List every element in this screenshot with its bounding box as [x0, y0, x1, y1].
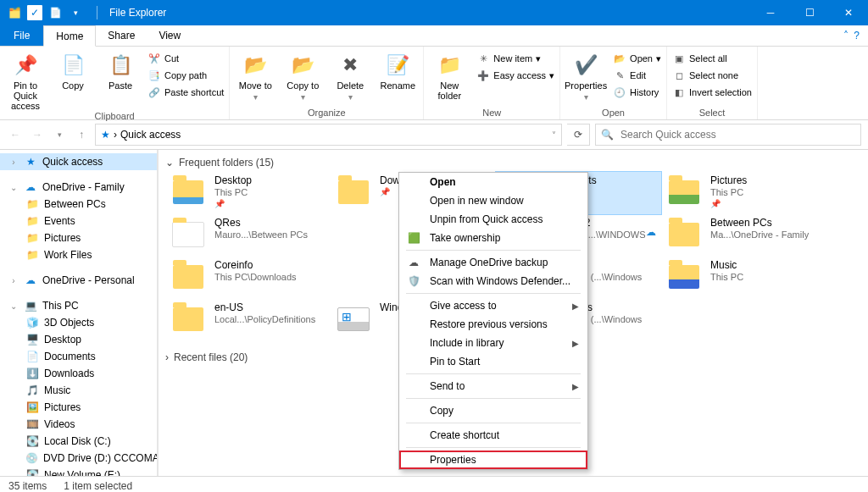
- sidebar-item-downloads[interactable]: ⬇️Downloads: [0, 365, 157, 382]
- ribbon-group-select: Select: [699, 108, 726, 119]
- sidebar-item-work-files[interactable]: 📁Work Files: [0, 246, 157, 263]
- close-button[interactable]: ✕: [829, 0, 868, 25]
- folder-icon: [666, 217, 702, 252]
- sidebar-item-onedrive-personal[interactable]: ›☁OneDrive - Personal: [0, 272, 157, 289]
- open-split-button[interactable]: 📂Open ▾: [613, 52, 661, 65]
- folder-icon: [170, 301, 206, 337]
- ctx-create-shortcut[interactable]: Create shortcut: [399, 426, 587, 445]
- history-button[interactable]: 🕘History: [613, 86, 661, 99]
- sidebar-item-pictures[interactable]: 📁Pictures: [0, 229, 157, 246]
- search-input[interactable]: [619, 128, 855, 141]
- paste-button[interactable]: 📋Paste: [100, 48, 141, 91]
- status-selected-count: 1 item selected: [64, 480, 132, 492]
- help-icon[interactable]: ?: [854, 30, 860, 41]
- ribbon: 📌Pin to Quick access 📄Copy 📋Paste ✂️Cut …: [0, 47, 868, 120]
- refresh-button[interactable]: ⟳: [567, 124, 590, 146]
- item-music[interactable]: MusicThis PC: [661, 257, 826, 299]
- recent-locations-button[interactable]: ▾: [51, 126, 68, 143]
- share-tab[interactable]: Share: [96, 25, 147, 46]
- ctx-manage-onedrive-backup[interactable]: ☁Manage OneDrive backup: [399, 253, 587, 272]
- qat-dropdown-icon[interactable]: ▾: [68, 5, 83, 20]
- folder-icon: [170, 217, 206, 252]
- sidebar-item-pictures-pc[interactable]: 🖼️Pictures: [0, 399, 157, 416]
- search-box[interactable]: 🔍: [595, 124, 861, 146]
- up-button[interactable]: ↑: [73, 126, 90, 143]
- sidebar-item-dvd-drive[interactable]: 💿DVD Drive (D:) CCCOMA_X64: [0, 450, 157, 467]
- sidebar-item-this-pc[interactable]: ⌄💻This PC: [0, 297, 157, 314]
- select-all-button[interactable]: ▣Select all: [672, 52, 752, 65]
- ctx-scan-defender[interactable]: 🛡️Scan with Windows Defender...: [399, 272, 587, 290]
- forward-button[interactable]: →: [29, 126, 46, 143]
- ctx-properties[interactable]: Properties: [399, 451, 587, 469]
- delete-button[interactable]: ✖Delete▾: [330, 48, 370, 102]
- sidebar-item-events[interactable]: 📁Events: [0, 213, 157, 229]
- drive-icon: ⊞: [336, 301, 371, 337]
- qat-properties-icon[interactable]: ✓: [27, 5, 42, 20]
- maximize-button[interactable]: ☐: [790, 0, 829, 25]
- edit-button[interactable]: ✎Edit: [613, 69, 661, 82]
- minimize-button[interactable]: ─: [751, 0, 790, 25]
- sidebar-item-documents[interactable]: 📄Documents: [0, 348, 157, 365]
- folder-icon: [666, 174, 702, 210]
- content-area: ⌄Frequent folders (15) DesktopThis PC📌 D…: [159, 150, 868, 476]
- folder-icon: [170, 259, 206, 295]
- ribbon-collapse-icon[interactable]: ˄: [843, 30, 849, 41]
- sidebar-item-desktop[interactable]: 🖥️Desktop: [0, 331, 157, 348]
- back-button[interactable]: ←: [7, 126, 24, 143]
- sidebar-item-quick-access[interactable]: ›★Quick access: [0, 153, 157, 170]
- move-to-button[interactable]: 📂Move to▾: [235, 48, 275, 102]
- breadcrumb: Quick access: [120, 129, 181, 141]
- sidebar-item-3d-objects[interactable]: 🧊3D Objects: [0, 314, 157, 331]
- item-desktop[interactable]: DesktopThis PC📌: [165, 172, 331, 214]
- item-coreinfo[interactable]: CoreinfoThis PC\Downloads: [165, 257, 331, 299]
- ribbon-tabs: File Home Share View ˄ ?: [0, 25, 868, 47]
- ctx-open-new-window[interactable]: Open in new window: [399, 191, 587, 210]
- frequent-folders-header[interactable]: ⌄Frequent folders (15): [165, 153, 861, 172]
- file-tab[interactable]: File: [0, 25, 43, 46]
- sidebar-item-videos[interactable]: 🎞️Videos: [0, 416, 157, 433]
- pin-to-quick-access-button[interactable]: 📌Pin to Quick access: [5, 48, 46, 111]
- pin-icon: 📌: [214, 198, 252, 210]
- ctx-include-in-library[interactable]: Include in library▶: [399, 334, 587, 352]
- copy-to-button[interactable]: 📂Copy to▾: [282, 48, 323, 102]
- sidebar-item-between-pcs[interactable]: 📁Between PCs: [0, 196, 157, 213]
- properties-button[interactable]: ✔️Properties▾: [565, 48, 606, 102]
- item-en-us[interactable]: en-USLocal...\PolicyDefinitions: [165, 299, 331, 341]
- rename-button[interactable]: 📝Rename: [377, 48, 418, 91]
- ctx-open[interactable]: Open: [399, 173, 587, 191]
- item-between-pcs[interactable]: ☁ Between PCsMa...\OneDrive - Family: [661, 214, 826, 257]
- home-tab[interactable]: Home: [43, 25, 96, 47]
- cut-button[interactable]: ✂️Cut: [147, 52, 224, 65]
- select-none-button[interactable]: ◻Select none: [672, 69, 752, 82]
- ribbon-group-organize: Organize: [308, 108, 346, 119]
- new-item-button[interactable]: ✳New item ▾: [476, 52, 554, 65]
- qat-newfolder-icon[interactable]: 📄: [47, 5, 63, 20]
- ctx-give-access-to[interactable]: Give access to▶: [399, 296, 587, 315]
- status-item-count: 35 items: [8, 480, 47, 492]
- cloud-sync-icon: ☁: [646, 226, 656, 238]
- easy-access-button[interactable]: ➕Easy access ▾: [476, 69, 554, 82]
- new-folder-button[interactable]: 📁New folder: [429, 48, 470, 101]
- ctx-unpin-quick-access[interactable]: Unpin from Quick access: [399, 210, 587, 229]
- ctx-pin-to-start[interactable]: Pin to Start: [399, 352, 587, 371]
- copy-button[interactable]: 📄Copy: [53, 48, 93, 91]
- ctx-take-ownership[interactable]: 🟩Take ownership: [399, 229, 587, 247]
- item-qres[interactable]: ✔ QResMauro...\Between PCs: [165, 214, 331, 257]
- address-bar[interactable]: ★ › Quick access ˅: [95, 124, 562, 146]
- ctx-send-to[interactable]: Send to▶: [399, 377, 587, 395]
- item-pictures[interactable]: PicturesThis PC📌: [661, 172, 826, 214]
- sidebar-item-local-disk-c[interactable]: 💽Local Disk (C:): [0, 433, 157, 450]
- ctx-copy[interactable]: Copy: [399, 401, 587, 420]
- invert-selection-button[interactable]: ◧Invert selection: [672, 86, 752, 99]
- window-title: File Explorer: [109, 7, 166, 19]
- paste-shortcut-button[interactable]: 🔗Paste shortcut: [147, 86, 224, 99]
- view-tab[interactable]: View: [147, 25, 192, 46]
- sidebar-item-onedrive-family[interactable]: ⌄☁OneDrive - Family: [0, 179, 157, 196]
- sidebar-item-music[interactable]: 🎵Music: [0, 382, 157, 399]
- ctx-restore-previous[interactable]: Restore previous versions: [399, 315, 587, 334]
- sidebar-item-new-volume-e[interactable]: 💽New Volume (E:): [0, 467, 157, 476]
- folder-icon: [666, 259, 702, 295]
- address-dropdown-icon[interactable]: ˅: [552, 130, 556, 140]
- quick-access-toolbar: 🗂️ ✓ 📄 ▾: [0, 5, 90, 20]
- copy-path-button[interactable]: 📑Copy path: [147, 69, 224, 82]
